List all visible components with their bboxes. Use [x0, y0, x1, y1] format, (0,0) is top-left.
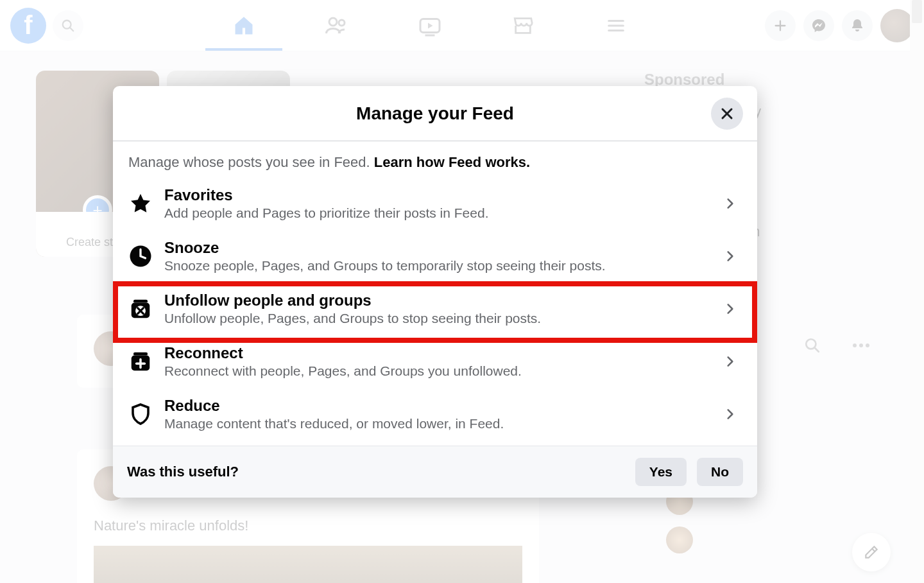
- reconnect-icon: [128, 349, 153, 374]
- chevron-right-icon: [719, 245, 742, 268]
- footer-no-button[interactable]: No: [697, 458, 743, 486]
- option-title: Unfollow people and groups: [164, 292, 707, 309]
- unfollow-icon: [128, 297, 153, 321]
- chevron-right-icon: [719, 297, 742, 320]
- modal-close-button[interactable]: [711, 98, 743, 130]
- option-reconnect[interactable]: Reconnect Reconnect with people, Pages, …: [113, 335, 757, 388]
- learn-feed-works-link[interactable]: Learn how Feed works.: [374, 154, 530, 170]
- chevron-right-icon: [719, 350, 742, 373]
- modal-intro: Manage whose posts you see in Feed. Lear…: [113, 141, 757, 177]
- option-desc: Manage content that's reduced, or moved …: [164, 416, 707, 431]
- svg-rect-21: [133, 300, 148, 303]
- manage-feed-modal: Manage your Feed Manage whose posts you …: [113, 86, 757, 498]
- close-icon: [719, 106, 735, 121]
- option-desc: Reconnect with people, Pages, and Groups…: [164, 363, 707, 379]
- option-reduce[interactable]: Reduce Manage content that's reduced, or…: [113, 388, 757, 446]
- option-desc: Unfollow people, Pages, and Groups to st…: [164, 311, 707, 326]
- option-favorites[interactable]: Favorites Add people and Pages to priori…: [113, 177, 757, 230]
- option-desc: Snooze people, Pages, and Groups to temp…: [164, 258, 707, 274]
- chevron-right-icon: [719, 403, 742, 426]
- modal-intro-text: Manage whose posts you see in Feed.: [128, 154, 374, 170]
- modal-title: Manage your Feed: [356, 103, 514, 124]
- modal-footer: Was this useful? Yes No: [113, 446, 757, 498]
- svg-rect-26: [133, 352, 148, 356]
- option-title: Snooze: [164, 239, 707, 257]
- option-title: Reduce: [164, 397, 707, 415]
- clock-icon: [128, 244, 153, 268]
- star-icon: [128, 191, 153, 216]
- option-unfollow[interactable]: Unfollow people and groups Unfollow peop…: [113, 283, 757, 335]
- chevron-right-icon: [719, 192, 742, 215]
- option-snooze[interactable]: Snooze Snooze people, Pages, and Groups …: [113, 230, 757, 283]
- footer-question: Was this useful?: [127, 464, 625, 480]
- option-desc: Add people and Pages to prioritize their…: [164, 205, 707, 221]
- option-title: Reconnect: [164, 344, 707, 362]
- option-title: Favorites: [164, 186, 707, 204]
- footer-yes-button[interactable]: Yes: [635, 458, 687, 486]
- shield-icon: [128, 402, 153, 426]
- modal-header: Manage your Feed: [113, 86, 757, 141]
